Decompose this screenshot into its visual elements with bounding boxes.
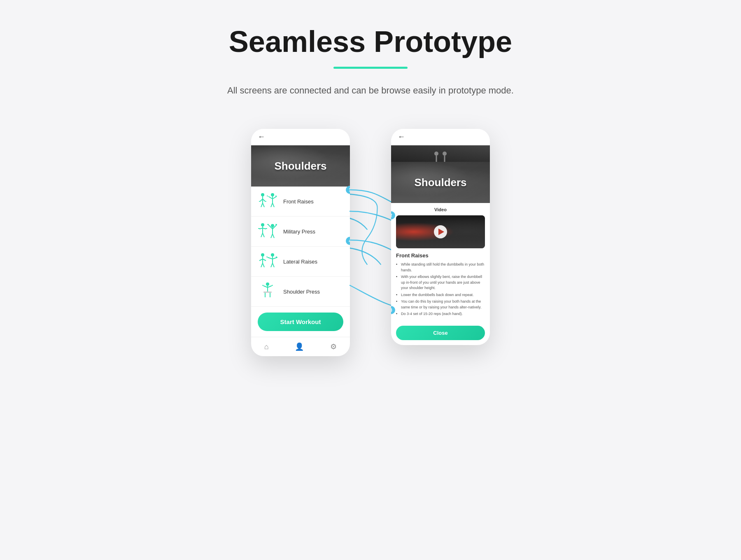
subtitle: All screens are connected and can be bro… — [227, 85, 514, 96]
home-nav-icon[interactable]: ⌂ — [264, 343, 269, 351]
screen1-header: ← — [251, 129, 350, 145]
svg-point-24 — [271, 224, 274, 227]
svg-line-30 — [271, 234, 273, 238]
svg-point-8 — [271, 193, 274, 196]
screen1-back-button[interactable]: ← — [258, 133, 265, 141]
svg-line-49 — [263, 286, 268, 287]
screen1-hero-title: Shoulders — [274, 160, 326, 173]
svg-rect-15 — [275, 196, 277, 196]
lateral-raises-icon — [258, 252, 277, 271]
video-label: Video — [396, 207, 485, 212]
svg-point-0 — [261, 193, 264, 196]
svg-line-34 — [259, 259, 263, 261]
exercise-item-shoulder-press[interactable]: Shoulder Press — [251, 277, 350, 307]
svg-rect-42 — [266, 257, 268, 257]
svg-rect-28 — [267, 224, 269, 225]
instruction-4: You can do this by raising your both han… — [396, 299, 485, 310]
svg-line-5 — [263, 203, 264, 207]
svg-rect-14 — [267, 196, 268, 196]
screen2-back-button[interactable]: ← — [398, 133, 405, 141]
svg-rect-20 — [258, 228, 260, 229]
svg-line-44 — [271, 263, 273, 267]
start-workout-button[interactable]: Start Workout — [258, 313, 343, 331]
page-title: Seamless Prototype — [229, 25, 512, 58]
svg-line-35 — [263, 259, 266, 261]
exercise-detail: Front Raises While standing still hold t… — [391, 252, 490, 322]
svg-rect-6 — [259, 201, 260, 202]
screen2-hero-title: Shoulders — [414, 176, 466, 189]
exercise-name-military-press: Military Press — [283, 229, 315, 235]
svg-line-10 — [268, 196, 273, 199]
svg-line-23 — [263, 233, 264, 237]
exercise-item-front-raises[interactable]: Front Raises — [251, 187, 350, 217]
svg-line-12 — [271, 203, 273, 207]
video-thumbnail[interactable] — [396, 215, 485, 248]
svg-rect-29 — [275, 224, 277, 225]
svg-point-55 — [434, 152, 438, 156]
exercise-item-lateral-raises[interactable]: Lateral Raises — [251, 247, 350, 277]
svg-line-31 — [273, 234, 274, 238]
screen1-phone: 1 4 ← Shoulders — [251, 129, 350, 356]
svg-rect-21 — [266, 228, 267, 229]
user-nav-icon[interactable]: 👤 — [295, 342, 304, 351]
svg-line-18 — [259, 228, 263, 229]
title-underline — [333, 67, 408, 69]
screen2-header: ← — [391, 129, 490, 145]
instruction-5: Do 3-4 set of 15-20 reps (each hand). — [396, 311, 485, 317]
screen2-hero-partial — [391, 145, 490, 162]
svg-rect-43 — [276, 257, 277, 257]
svg-line-45 — [273, 263, 274, 267]
exercise-instructions: While standing still hold the dumbbells … — [396, 262, 485, 317]
instruction-2: With your elbows slightly bent, raise th… — [396, 274, 485, 291]
front-raises-icon — [258, 191, 277, 211]
screen2-phone: 2 3 ← Shoulders Video — [391, 129, 490, 345]
screen2-hero: Shoulders — [391, 162, 490, 203]
exercise-name-lateral-raises: Lateral Raises — [283, 259, 317, 265]
svg-line-22 — [261, 233, 263, 237]
instruction-3: Lower the dumbbells back down and repeat… — [396, 292, 485, 298]
exercise-item-military-press[interactable]: Military Press — [251, 217, 350, 247]
svg-line-41 — [273, 257, 277, 259]
svg-line-13 — [273, 203, 274, 207]
exercise-name-front-raises: Front Raises — [283, 198, 314, 205]
play-button[interactable] — [434, 225, 447, 238]
exercise-name-shoulder-press: Shoulder Press — [283, 289, 320, 295]
svg-line-11 — [273, 196, 277, 199]
svg-point-32 — [261, 253, 264, 257]
svg-rect-51 — [262, 285, 263, 286]
shoulder-press-icon — [258, 282, 277, 301]
settings-nav-icon[interactable]: ⚙ — [330, 342, 337, 351]
svg-point-16 — [261, 223, 264, 226]
exercise-detail-title: Front Raises — [396, 252, 485, 259]
svg-rect-7 — [265, 201, 266, 202]
play-triangle-icon — [438, 229, 444, 235]
svg-line-36 — [261, 263, 263, 267]
military-press-icon — [258, 222, 277, 241]
screen1-bottom-nav: ⌂ 👤 ⚙ — [251, 337, 350, 356]
exercise-list: Front Raises — [251, 187, 350, 307]
svg-rect-48 — [263, 292, 272, 293]
video-section: Video — [391, 203, 490, 252]
svg-point-38 — [271, 253, 274, 257]
svg-rect-52 — [272, 285, 273, 286]
instruction-1: While standing still hold the dumbbells … — [396, 262, 485, 273]
screens-wrapper: 1 4 ← Shoulders — [251, 129, 490, 356]
svg-line-19 — [263, 228, 266, 229]
close-button[interactable]: Close — [396, 326, 485, 340]
svg-point-58 — [443, 152, 447, 156]
screen1-hero: Shoulders — [251, 145, 350, 187]
svg-line-50 — [268, 286, 272, 287]
svg-line-40 — [268, 257, 273, 259]
svg-line-4 — [261, 203, 263, 207]
svg-line-37 — [263, 263, 264, 267]
svg-point-46 — [266, 282, 269, 286]
